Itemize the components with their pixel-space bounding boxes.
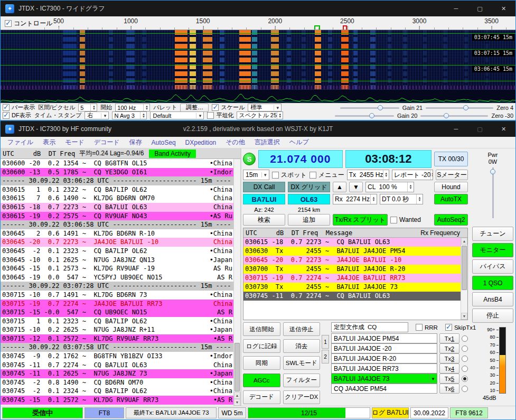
tx3-radio[interactable] [462,356,468,362]
dt-spinner[interactable]: DT 0.0 秒 [380,194,423,204]
tx4-button[interactable]: Tx 4 [439,363,459,374]
tx2-message-input[interactable]: BA7LUI JA4JOE -20 [331,343,437,353]
wanted-checkbox[interactable] [390,217,397,223]
decode-row[interactable]: 030645 -2 0.1 2323 ~ CQ BA7LIP OL62•Chin… [1,247,233,256]
decode-row[interactable]: 030745 -9 0.2 1762 ~ BG8TFN YB1BZV OI33•… [1,352,233,361]
skiptx1-checkbox[interactable] [445,324,452,331]
enable-tx-button[interactable]: 送信開始 [243,322,280,336]
spinner-arrows-icon[interactable] [370,194,377,204]
scrollbar-thumb[interactable] [234,343,240,391]
period-separator-row[interactable]: ------ 30.09.22 03:07:58 UTC -----------… [1,343,233,352]
decode-row[interactable]: 030645 -20 0.7 2273 ~ JA4JOE BA7LUI -10 [243,256,461,265]
decode-row[interactable]: 030615 7 0.6 1490 ~ KL7DG BD6RN OM70Chin… [1,194,233,203]
rx-marker-icon[interactable] [314,25,320,30]
spinner-arrows-icon[interactable] [430,170,433,180]
tx6-button[interactable]: Tx 6 [439,384,459,394]
menu-language[interactable]: 言語選択 [250,137,285,148]
scroll-up-icon[interactable]: ▲ [234,392,240,399]
navg-spinner[interactable]: N Avg 3 [112,111,147,119]
bar-display-checkbox[interactable] [3,104,10,111]
tx4-message-input[interactable]: BA7LUI JA4JOE RR73 [331,363,437,374]
split-button[interactable]: Tx/Rx スプリット [333,214,388,226]
scale-checkbox-wrap[interactable]: スケール [212,104,245,111]
dx-call-field[interactable]: BA7LUI [243,194,285,204]
flatten-checkbox[interactable] [207,112,214,119]
rx-offset-spinner[interactable]: Rx 2274 Hz [333,194,377,204]
freq-down-button[interactable]: ▼ [349,182,363,192]
tx3-message-input[interactable]: BA7LUI JA4JOE R-20 [331,353,437,363]
spot-checkbox-wrap[interactable]: スポット [272,171,307,180]
decode-row[interactable]: 030715 1 0.1 2323 ~ CQ BA7LIP OL62•China [1,317,233,326]
scroll-up-icon[interactable]: ▲ [461,238,467,245]
tx1-message-input[interactable]: BA7LUI JA4JOE PM54 [331,333,437,343]
menu-dxpedition[interactable]: DXpedition [181,137,221,148]
spinner-arrows-icon[interactable] [90,104,97,111]
period-separator-row[interactable]: ------ 30.09.22 03:06:28 UTC -----------… [1,176,233,185]
maximize-icon[interactable]: ▢ [468,121,492,137]
autotx-button[interactable]: AutoTX [434,194,468,204]
df-display-wrap[interactable]: DF表示 [3,111,31,119]
log-qso-button[interactable]: ログに記録 [243,339,280,353]
decode-button[interactable]: デコード [243,390,280,404]
decode-row[interactable]: 030645 -10 0.1 2625 ~ N7UG JA8JNZ QN13•J… [1,256,233,265]
decode-row[interactable]: 030615 -18 0.7 2273 ~ CQ BA7LUI OL63 [243,238,461,247]
wanted-checkbox-wrap[interactable]: Wanted [390,216,421,223]
tx1-radio[interactable] [462,335,468,342]
tx-watchdog-button[interactable]: TX 00/30 [434,152,468,166]
tx5-radio[interactable] [462,376,468,382]
spinner-arrows-icon[interactable] [407,182,414,192]
pwr-slider[interactable] [489,167,496,218]
tx-offset-spinner[interactable]: Tx 2455 Hz [347,170,389,180]
menu-save[interactable]: 保存 [125,137,147,148]
waterfall[interactable]: 03:07:45 15m03:07:15 15m03:06:45 15m [1,30,515,89]
spinner-arrows-icon[interactable] [277,112,283,119]
waterfall-zero-slider[interactable] [426,104,493,111]
menu-mode[interactable]: モード [60,137,89,148]
add-button[interactable]: 追加 [288,214,330,226]
decode-row[interactable]: 030715 -12 0.1 2572 ~ KL7DG RV9UAF RR73•… [1,334,233,343]
flatten-checkbox-wrap[interactable]: 平坦化 [207,111,233,119]
scroll-down-icon[interactable]: ▼ [234,399,240,406]
decode-row[interactable]: 030700 Tx 2455 ~ BA7LUI JA4JOE R-20 [243,265,461,274]
rx-frequency-scrollbar[interactable]: ▲ ▼ [461,238,467,320]
waterfall-gain-slider[interactable] [340,104,399,111]
minimize-icon[interactable]: ─ [444,1,468,16]
stop-button[interactable]: 停止 [472,309,513,323]
spinner-arrows-icon[interactable] [416,194,423,204]
cl-spinner[interactable]: CL 100 % [365,182,414,192]
bar-display-wrap[interactable]: バー表示 [3,104,35,111]
control-checkbox[interactable] [5,20,12,27]
decode-row[interactable]: 030745 -2 0.1 2324 ~ CQ BA7LIP OL62•Chin… [1,387,233,396]
bypass-button[interactable]: バイパス [472,259,513,274]
spectrum-gain-slider[interactable] [335,112,394,119]
decode-row[interactable]: 030745 -2 0.8 1490 ~ CQ BD6RN OM70•China [1,378,233,387]
period-separator-row[interactable]: ------ 30.09.22 03:07:28 UTC -----------… [1,282,233,291]
rrr-checkbox-wrap[interactable]: RRR [416,324,438,331]
decode-row[interactable]: 030630 Tx 2455 ~ BA7LUI JA4JOE PM54 [243,247,461,256]
menu-view[interactable]: 表示 [38,137,60,148]
scrollbar-thumb[interactable] [462,246,467,290]
swl-mode-button[interactable]: SWLモード [283,356,321,370]
tune-button[interactable]: チューン [472,227,513,241]
df-display-checkbox[interactable] [3,112,10,119]
period-separator-row[interactable]: ------ 30.09.22 03:06:58 UTC -----------… [1,220,233,229]
decode-row[interactable]: 030715 -19 0.7 2274 ~ JA4JOE BA7LUI RR73… [1,300,233,309]
clear-dx-button[interactable]: クリアーDX [283,390,321,404]
ansb4-button[interactable]: AnsB4 [472,292,513,306]
spinner-arrows-icon[interactable] [140,112,146,119]
close-icon[interactable]: ✕ [492,1,515,16]
tx6-radio[interactable] [462,386,468,392]
control-checkbox-wrap[interactable]: コントロール [5,19,52,28]
filter-button[interactable]: フィルター [283,374,321,387]
autoseq-button[interactable]: AutoSeq2 [434,214,468,226]
close-icon[interactable]: ✕ [492,121,515,137]
chevron-down-icon[interactable]: ▾ [429,374,437,383]
erase-button[interactable]: 消去 [283,339,321,353]
dx-grid-field[interactable]: OL63 [288,194,330,204]
decode-row[interactable]: 030600 -13 0.5 1785 ~ CQ YE3DGO OI61•Ind… [1,168,233,177]
timestamp-combo[interactable]: 右▾ [85,111,109,119]
agc-button[interactable]: AGCc [243,374,280,387]
decode-row[interactable]: 030715 -10 0.2 2625 ~ N7UG JA8JNZ R+11•J… [1,325,233,334]
minimize-icon[interactable]: ─ [444,121,468,137]
tx3-button[interactable]: Tx 3 [439,353,459,363]
